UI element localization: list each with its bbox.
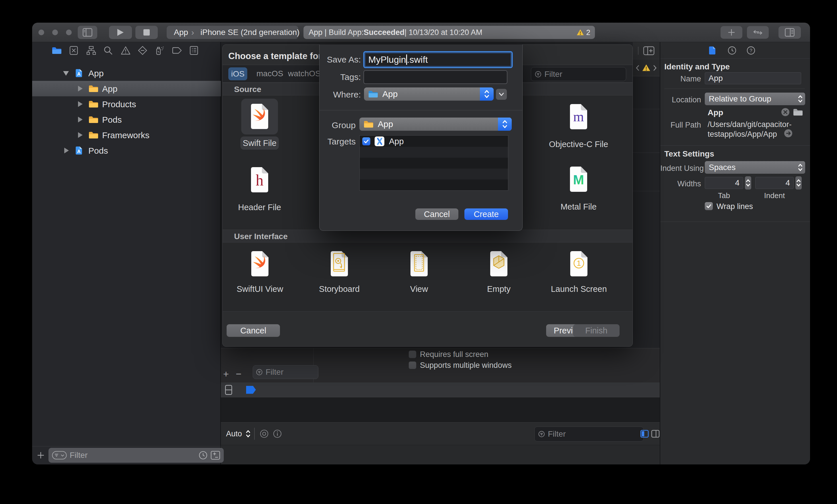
group-label: Group — [320, 121, 356, 130]
minimize-window-button[interactable] — [52, 30, 58, 35]
tab-project-navigator[interactable] — [51, 42, 63, 59]
navigator-filter-input[interactable]: Filter — [49, 448, 224, 463]
tab-source-control[interactable] — [67, 42, 80, 59]
scm-status-filter-button[interactable] — [211, 451, 220, 462]
tab-ios[interactable]: iOS — [228, 67, 247, 80]
clear-location-icon[interactable] — [781, 108, 790, 117]
tree-row-products[interactable]: Products — [32, 96, 221, 112]
tree-row-pods-group[interactable]: Pods — [32, 112, 221, 127]
history-inspector-tab-icon[interactable] — [727, 46, 736, 55]
updown-chevron-icon[interactable] — [246, 429, 251, 439]
tab-issue-navigator[interactable] — [119, 42, 132, 59]
tab-debug-navigator[interactable] — [153, 42, 166, 59]
disclosure-closed-icon[interactable] — [78, 132, 83, 138]
document-flag-icon[interactable] — [246, 386, 256, 394]
tab-symbol-navigator[interactable] — [85, 42, 97, 59]
scheme-selector[interactable]: App › iPhone SE (2nd generation) — [167, 26, 298, 39]
run-button[interactable] — [109, 26, 132, 39]
disclosure-closed-icon[interactable] — [78, 101, 83, 107]
indent-using-popup[interactable]: Spaces — [705, 161, 805, 174]
wrap-lines-checkbox[interactable] — [705, 202, 713, 210]
help-inspector-tab-icon[interactable]: ? — [746, 46, 755, 55]
template-filter-input[interactable]: Filter — [531, 67, 626, 81]
target-row[interactable]: App — [360, 136, 508, 147]
tree-row-app-group-selected[interactable]: App — [32, 81, 221, 96]
template-launch-screen[interactable]: 1 — [569, 251, 589, 277]
zoom-window-button[interactable] — [66, 30, 72, 35]
activity-status-bar[interactable]: App | Build App: Succeeded | 10/13/20 at… — [303, 26, 595, 39]
stop-button[interactable] — [136, 26, 158, 39]
auto-dropdown[interactable]: Auto — [226, 430, 242, 438]
toggle-navigator-button[interactable] — [78, 26, 97, 39]
supports-multiwindow-checkbox[interactable] — [409, 361, 416, 369]
file-inspector-tab-icon[interactable] — [709, 46, 716, 55]
template-view[interactable] — [409, 251, 429, 277]
template-objc-file[interactable]: m — [569, 104, 588, 130]
group-popup[interactable]: App — [359, 118, 512, 131]
indent-width-stepper[interactable] — [796, 176, 802, 190]
close-window-button[interactable] — [38, 30, 44, 35]
device-icon[interactable] — [225, 385, 232, 395]
finish-button[interactable]: Finish — [573, 324, 620, 337]
location-popup[interactable]: Relative to Group — [705, 93, 805, 105]
chevron-left-icon[interactable] — [636, 65, 640, 71]
target-checkbox[interactable] — [362, 137, 370, 145]
disclosure-closed-icon[interactable] — [78, 117, 83, 122]
tab-breakpoint-navigator[interactable] — [171, 42, 183, 59]
section-ui-header: User Interface — [222, 230, 633, 242]
left-pane-toggle-icon[interactable] — [640, 430, 649, 438]
tab-watchos[interactable]: watchOS — [288, 69, 321, 78]
add-target-button[interactable]: + — [223, 368, 229, 380]
tab-test-navigator[interactable] — [136, 42, 149, 59]
filename-field[interactable]: MyPlugin.swift — [363, 51, 513, 68]
remove-target-button[interactable]: − — [236, 368, 242, 380]
create-button[interactable]: Create — [464, 209, 508, 220]
jump-bar-issues[interactable] — [633, 60, 660, 76]
issue-badge[interactable]: 2 — [576, 26, 590, 39]
template-header-file[interactable]: h — [250, 166, 269, 193]
tree-row-pods-project[interactable]: Pods — [32, 143, 221, 158]
toggle-inspector-button[interactable] — [779, 26, 801, 39]
dialog-cancel-button[interactable]: Cancel — [227, 324, 280, 337]
tags-field[interactable] — [363, 70, 507, 84]
tab-width-field[interactable]: 4 — [705, 177, 743, 189]
template-swift-file[interactable] — [241, 98, 278, 134]
updown-chevron-icon — [484, 89, 489, 99]
tree-row-frameworks[interactable]: Frameworks — [32, 127, 221, 143]
identity-header: Identity and Type — [664, 62, 730, 71]
bottom-filter-input[interactable]: Filter — [534, 427, 644, 442]
info-icon[interactable] — [272, 429, 282, 439]
indent-width-field[interactable]: 4 — [755, 177, 794, 189]
right-pane-toggle-icon[interactable] — [651, 430, 660, 438]
eye-icon[interactable] — [259, 429, 269, 439]
template-swiftui-view[interactable] — [250, 251, 270, 277]
tab-width-stepper[interactable] — [745, 176, 751, 190]
sheet-cancel-button[interactable]: Cancel — [415, 209, 458, 220]
requires-fullscreen-checkbox[interactable] — [409, 350, 416, 358]
tab-report-navigator[interactable] — [188, 42, 200, 59]
add-editor-toolbar-button[interactable] — [720, 26, 742, 39]
tree-row-app-project[interactable]: App — [32, 65, 221, 81]
where-popup[interactable]: App — [364, 87, 494, 101]
name-field[interactable]: App — [705, 72, 801, 84]
tab-macos[interactable]: macOS — [256, 69, 283, 78]
disclosure-open-icon[interactable] — [63, 71, 69, 76]
template-storyboard[interactable] — [330, 251, 349, 277]
add-editor-icon[interactable] — [643, 46, 655, 55]
recent-files-button[interactable] — [198, 451, 208, 462]
tab-find-navigator[interactable] — [102, 42, 114, 59]
expand-sheet-button[interactable] — [496, 89, 507, 100]
template-empty[interactable] — [489, 251, 509, 277]
open-path-arrow-icon[interactable] — [784, 129, 793, 138]
template-metal-file[interactable]: M — [569, 166, 588, 192]
code-review-button[interactable] — [747, 26, 769, 39]
disclosure-closed-icon[interactable] — [78, 86, 83, 91]
status-text: App | Build App: Succeeded | 10/13/20 at… — [309, 26, 482, 39]
add-file-button[interactable] — [36, 449, 46, 461]
popup-stepper — [498, 118, 512, 131]
disclosure-closed-icon[interactable] — [64, 148, 69, 154]
divider — [633, 109, 660, 109]
choose-folder-icon[interactable] — [793, 108, 803, 116]
pane-filter-input[interactable]: Filter — [253, 365, 318, 379]
chevron-right-icon[interactable] — [653, 65, 657, 71]
